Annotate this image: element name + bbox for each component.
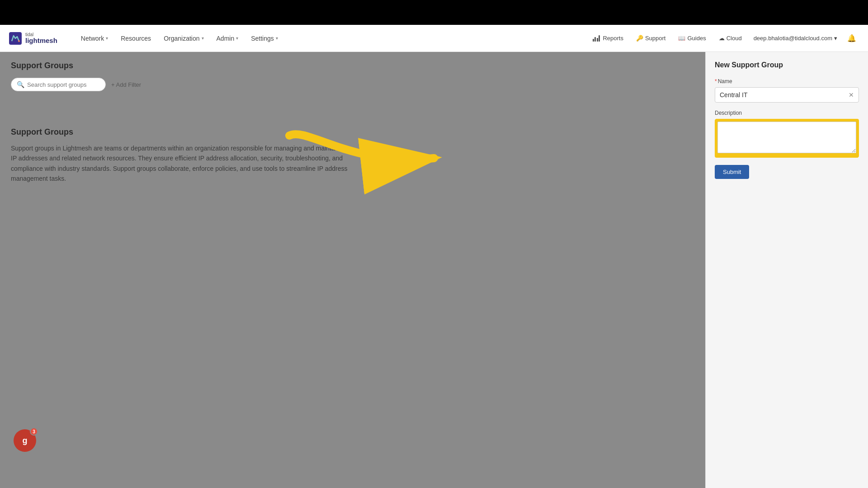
panel-title: New Support Group [715, 61, 859, 69]
notification-badge[interactable]: g 3 [14, 429, 36, 452]
nav-item-settings[interactable]: Settings ▾ [245, 31, 283, 46]
highlighted-textarea-wrapper [715, 119, 859, 158]
page-content: Support Groups 🔍 + Add Filter Support Gr… [0, 52, 868, 488]
logo-icon [9, 32, 22, 45]
settings-label: Settings [251, 35, 274, 42]
network-label: Network [81, 35, 104, 42]
user-email: deep.bhalotia@tidalcloud.com [754, 35, 832, 42]
nav-item-network[interactable]: Network ▾ [75, 31, 113, 46]
nav-item-guides[interactable]: 📖 Guides [674, 32, 710, 44]
navbar: tidal lightmesh Network ▾ Resources Orga… [0, 25, 868, 52]
nav-item-cloud[interactable]: ☁ Cloud [714, 32, 746, 44]
logo-text: tidal lightmesh [25, 32, 57, 45]
user-menu[interactable]: deep.bhalotia@tidalcloud.com ▾ [750, 32, 841, 44]
organization-label: Organization [164, 35, 199, 42]
cloud-icon: ☁ [719, 35, 725, 42]
nav-right: Reports 🔑 Support 📖 Guides ☁ Cloud deep.… [588, 31, 859, 45]
organization-chevron: ▾ [202, 36, 204, 41]
nav-item-admin[interactable]: Admin ▾ [211, 31, 244, 46]
guides-label: Guides [687, 35, 706, 42]
search-input[interactable] [27, 81, 100, 88]
notification-area: g 3 [14, 429, 36, 452]
notification-count: 3 [30, 427, 38, 436]
key-icon: 🔑 [636, 35, 643, 42]
svg-point-1 [18, 40, 20, 42]
main-area: Support Groups 🔍 + Add Filter Support Gr… [0, 52, 705, 488]
description-label-text: Description [715, 110, 742, 116]
description-field: Description [715, 110, 859, 158]
name-label: * Name [715, 78, 859, 84]
toolbar: 🔍 + Add Filter [11, 78, 694, 91]
name-clear-button[interactable]: ✕ [848, 90, 855, 99]
logo-lightmesh: lightmesh [25, 37, 57, 45]
empty-state: Support Groups Support groups in Lightme… [11, 118, 694, 193]
cloud-label: Cloud [726, 35, 742, 42]
name-field: * Name ✕ [715, 78, 859, 103]
support-label: Support [645, 35, 666, 42]
top-bar [0, 0, 868, 25]
right-panel: New Support Group * Name ✕ Description [705, 52, 868, 488]
settings-chevron: ▾ [276, 36, 278, 41]
name-label-text: Name [718, 78, 732, 84]
name-input[interactable] [720, 88, 848, 102]
search-box[interactable]: 🔍 [11, 78, 106, 91]
add-filter-label: + Add Filter [111, 81, 141, 88]
reports-label: Reports [603, 35, 623, 42]
page-title: Support Groups [11, 61, 694, 70]
admin-chevron: ▾ [236, 36, 238, 41]
empty-state-title: Support Groups [11, 127, 694, 137]
search-icon: 🔍 [17, 81, 24, 88]
required-star: * [715, 78, 717, 84]
bell-icon[interactable]: 🔔 [844, 31, 859, 45]
description-textarea[interactable] [717, 122, 856, 153]
nav-item-resources[interactable]: Resources [115, 31, 156, 46]
network-chevron: ▾ [106, 36, 108, 41]
user-chevron: ▾ [834, 35, 837, 42]
name-input-wrapper: ✕ [715, 87, 859, 103]
logo[interactable]: tidal lightmesh [9, 32, 57, 45]
submit-label: Submit [723, 169, 741, 175]
notification-letter: g [23, 436, 28, 446]
admin-label: Admin [217, 35, 235, 42]
submit-button[interactable]: Submit [715, 165, 749, 179]
nav-item-organization[interactable]: Organization ▾ [158, 31, 209, 46]
add-filter-button[interactable]: + Add Filter [111, 81, 141, 88]
bar-chart-icon [593, 35, 600, 42]
resources-label: Resources [121, 35, 151, 42]
app-wrapper: tidal lightmesh Network ▾ Resources Orga… [0, 25, 868, 488]
nav-items: Network ▾ Resources Organization ▾ Admin… [75, 31, 588, 46]
nav-item-support[interactable]: 🔑 Support [632, 32, 670, 44]
nav-item-reports[interactable]: Reports [588, 32, 628, 44]
book-icon: 📖 [678, 35, 685, 42]
empty-state-description: Support groups in Lightmesh are teams or… [11, 143, 354, 184]
description-label: Description [715, 110, 859, 116]
